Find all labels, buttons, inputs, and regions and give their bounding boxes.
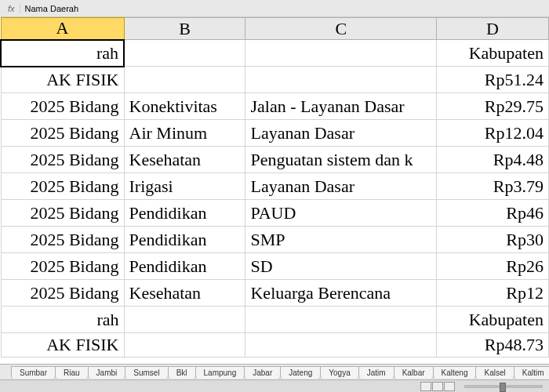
status-bar [0, 379, 549, 392]
cell[interactable]: 2025 Bidang [1, 173, 124, 200]
cell[interactable]: Irigasi [124, 173, 245, 200]
cell[interactable] [124, 40, 245, 67]
cell[interactable] [245, 40, 437, 67]
cell[interactable]: Rp3.79 [437, 173, 549, 200]
cell[interactable]: Kabupaten [437, 40, 549, 67]
table-row: rahKabupaten [1, 307, 549, 333]
cell[interactable]: SMP [245, 227, 437, 253]
cell[interactable]: rah [1, 307, 124, 333]
sheet-tab[interactable]: Jateng [280, 366, 321, 379]
cell[interactable]: Rp12.04 [437, 120, 549, 147]
spreadsheet-grid[interactable]: A B C D rahKabupatenAK FISIKRp51.24 2025… [0, 17, 549, 358]
cell[interactable]: Kesehatan [124, 147, 245, 173]
column-headers: A B C D [1, 18, 549, 40]
table-row: 2025 BidangPendidikanPAUDRp46 [1, 200, 549, 227]
formula-bar-value[interactable]: Nama Daerah [25, 4, 78, 13]
table-row: AK FISIKRp48.73 [1, 333, 549, 358]
cell[interactable]: Rp30 [437, 227, 549, 253]
cell[interactable]: Rp12 [437, 280, 549, 307]
cell[interactable]: 2025 Bidang [1, 120, 124, 147]
col-header-d[interactable]: D [437, 18, 549, 40]
cell[interactable]: Rp29.75 [437, 93, 549, 120]
sheet-tab[interactable]: Jabar [244, 366, 281, 379]
cell[interactable]: SD [245, 253, 437, 280]
cell[interactable]: Rp51.24 [437, 67, 549, 93]
cell[interactable]: Rp48.73 [437, 333, 549, 358]
col-header-a[interactable]: A [1, 18, 124, 40]
cell[interactable]: Rp4.48 [437, 147, 549, 173]
cell[interactable]: 2025 Bidang [1, 200, 124, 227]
table-row: 2025 BidangKesehatanKeluarga BerencanaRp… [1, 280, 549, 307]
cell[interactable]: Pendidikan [124, 200, 245, 227]
sheet-tab[interactable]: Sumbar [11, 366, 56, 379]
cell[interactable]: Pendidikan [124, 227, 245, 253]
normal-view-icon[interactable] [420, 382, 431, 391]
cell[interactable]: Kesehatan [124, 280, 245, 307]
cell[interactable]: AK FISIK [1, 67, 124, 93]
cell[interactable] [124, 307, 245, 333]
cell[interactable] [245, 333, 437, 358]
table-row: 2025 BidangKonektivitasJalan - Layanan D… [1, 93, 549, 120]
sheet-tab[interactable]: Jatim [358, 366, 394, 379]
fx-label[interactable]: fx [3, 4, 20, 13]
cell[interactable]: 2025 Bidang [1, 253, 124, 280]
page-break-view-icon[interactable] [444, 382, 455, 391]
table-row: rahKabupaten [1, 40, 549, 67]
cell[interactable]: Layanan Dasar [245, 120, 437, 147]
cell[interactable]: Keluarga Berencana [245, 280, 437, 307]
cell[interactable]: PAUD [245, 200, 437, 227]
cell[interactable]: 2025 Bidang [1, 280, 124, 307]
formula-bar: fx Nama Daerah [0, 0, 549, 17]
cell[interactable]: Konektivitas [124, 93, 245, 120]
sheet-tab[interactable]: Bkl [168, 366, 196, 379]
cell[interactable]: Kabupaten [437, 307, 549, 333]
cell[interactable]: Air Minum [124, 120, 245, 147]
table-row: AK FISIKRp51.24 [1, 67, 549, 93]
cell[interactable] [245, 67, 437, 93]
cell[interactable]: 2025 Bidang [1, 147, 124, 173]
cell[interactable]: 2025 Bidang [1, 227, 124, 253]
sheet-tab[interactable]: Kalteng [433, 366, 477, 379]
cell[interactable]: Pendidikan [124, 253, 245, 280]
cell[interactable]: Layanan Dasar [245, 173, 437, 200]
table-row: 2025 BidangPendidikanSMPRp30 [1, 227, 549, 253]
cell[interactable]: AK FISIK [1, 333, 124, 358]
cell[interactable]: Rp26 [437, 253, 549, 280]
table-row: 2025 BidangPendidikanSDRp26 [1, 253, 549, 280]
table-row: 2025 BidangKesehatanPenguatan sistem dan… [1, 147, 549, 173]
cell[interactable]: Penguatan sistem dan k [245, 147, 437, 173]
table-row: 2025 BidangAir MinumLayanan DasarRp12.04 [1, 120, 549, 147]
cell[interactable]: Rp46 [437, 200, 549, 227]
cell[interactable] [245, 307, 437, 333]
table-row: 2025 BidangIrigasiLayanan DasarRp3.79 [1, 173, 549, 200]
col-header-b[interactable]: B [124, 18, 245, 40]
cell[interactable] [124, 333, 245, 358]
sheet-tab[interactable]: Kaltim [514, 366, 549, 379]
col-header-c[interactable]: C [245, 18, 437, 40]
cell[interactable]: 2025 Bidang [1, 93, 124, 120]
cell[interactable]: rah [1, 40, 124, 67]
sheet-tabs: SumbarRiauJambiSumselBklLampungJabarJate… [0, 364, 549, 379]
sheet-tab[interactable]: Lampung [195, 366, 245, 379]
view-mode-icons[interactable] [420, 382, 455, 391]
sheet-tab[interactable]: Riau [55, 366, 89, 379]
sheet-tab[interactable]: Kalsel [475, 366, 514, 379]
sheet-tab[interactable]: Sumsel [125, 366, 168, 379]
zoom-slider[interactable] [464, 385, 543, 388]
sheet-tab[interactable]: Yogya [320, 366, 358, 379]
cell[interactable] [124, 67, 245, 93]
sheet-tab[interactable]: Jambi [88, 366, 126, 379]
page-layout-view-icon[interactable] [432, 382, 443, 391]
sheet-tab[interactable]: Kalbar [394, 366, 434, 379]
cell[interactable]: Jalan - Layanan Dasar [245, 93, 437, 120]
